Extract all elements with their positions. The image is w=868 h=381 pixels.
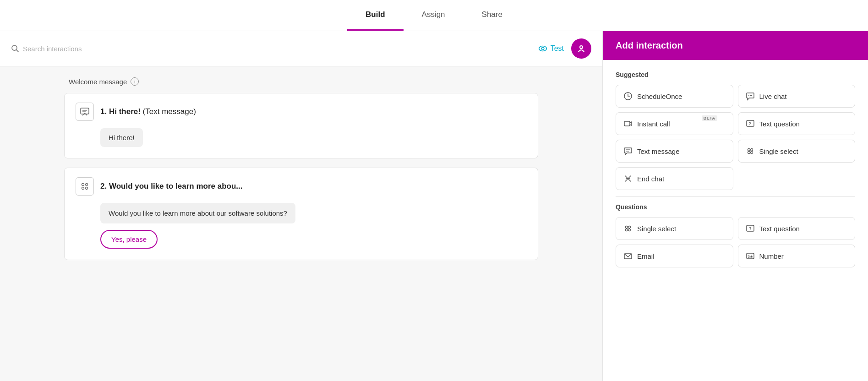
card-1-title: 1. Hi there! (Text message) — [100, 107, 196, 116]
item-text-message[interactable]: Text message — [616, 140, 733, 163]
right-panel: Add interaction Suggested ScheduleOnce — [602, 31, 868, 381]
item-instant-call-label: Instant call — [637, 120, 670, 128]
search-placeholder[interactable]: Search interactions — [23, 45, 82, 53]
center-panel: Search interactions Test Welcome message — [0, 31, 602, 381]
card-2-title: 2. Would you like to learn more abou... — [100, 182, 242, 191]
item-q-text-question-label: Text question — [759, 225, 800, 233]
card-1-header: 1. Hi there! (Text message) — [76, 103, 527, 121]
item-q-number[interactable]: 5◈ Number — [738, 245, 856, 267]
item-q-email[interactable]: Email — [616, 245, 733, 267]
svg-point-3 — [541, 47, 544, 50]
email-icon — [623, 251, 633, 261]
avatar-button[interactable] — [571, 38, 591, 59]
svg-point-4 — [580, 46, 583, 49]
q-question-icon: ? — [746, 224, 755, 233]
svg-point-22 — [750, 149, 753, 151]
interactions-area: Welcome message i 1. Hi there! (Text mes… — [0, 66, 602, 381]
svg-point-9 — [86, 184, 88, 186]
test-label: Test — [551, 44, 564, 53]
item-q-single-select[interactable]: Single select — [616, 217, 733, 240]
svg-point-13 — [748, 95, 749, 96]
svg-point-23 — [748, 152, 750, 154]
q-dots-icon — [623, 224, 633, 233]
message-icon — [623, 147, 633, 156]
video-icon — [623, 119, 633, 128]
item-single-select-suggested[interactable]: Single select — [738, 140, 856, 163]
suggested-grid: ScheduleOnce Live chat — [616, 85, 855, 190]
item-live-chat-label: Live chat — [759, 93, 787, 100]
questions-grid: Single select ? Text question — [616, 217, 855, 267]
svg-text:5◈: 5◈ — [747, 254, 753, 259]
dots-icon — [746, 147, 755, 156]
item-end-chat-label: End chat — [637, 175, 664, 183]
tab-assign[interactable]: Assign — [404, 0, 464, 31]
number-icon: 5◈ — [746, 251, 755, 261]
svg-point-30 — [626, 229, 628, 231]
card-2-header: 2. Would you like to learn more abou... — [76, 177, 527, 196]
main-layout: Search interactions Test Welcome message — [0, 31, 868, 381]
item-q-email-label: Email — [637, 252, 655, 260]
item-text-question-suggested[interactable]: ? Text question — [738, 112, 856, 135]
card-2-answer[interactable]: Yes, please — [100, 230, 158, 249]
card-2-question: Would you like to learn more about our s… — [100, 203, 295, 223]
item-text-message-label: Text message — [637, 147, 680, 155]
section-questions-label: Questions — [616, 203, 855, 211]
svg-line-1 — [16, 50, 19, 52]
panel-body: Suggested ScheduleOnce — [603, 60, 868, 281]
item-text-question-suggested-label: Text question — [759, 120, 800, 128]
section-suggested-label: Suggested — [616, 71, 855, 78]
info-icon: i — [131, 77, 139, 86]
item-end-chat[interactable]: End chat — [616, 167, 733, 190]
search-box: Search interactions — [11, 44, 530, 53]
search-row: Search interactions Test — [0, 31, 602, 66]
chat-bubble-icon — [746, 92, 755, 101]
search-icon — [11, 44, 19, 53]
item-q-text-question[interactable]: ? Text question — [738, 217, 856, 240]
item-instant-call[interactable]: Instant call BETA — [616, 112, 733, 135]
item-single-select-suggested-label: Single select — [759, 147, 798, 155]
tab-build[interactable]: Build — [347, 0, 404, 31]
top-nav: Build Assign Share — [0, 0, 868, 31]
item-q-number-label: Number — [759, 252, 784, 260]
divider — [616, 196, 855, 197]
svg-point-15 — [751, 95, 752, 96]
clock-icon — [623, 92, 633, 101]
beta-badge: BETA — [702, 115, 717, 121]
test-button[interactable]: Test — [538, 44, 564, 54]
svg-rect-16 — [624, 121, 630, 126]
tab-share[interactable]: Share — [464, 0, 521, 31]
svg-point-31 — [628, 229, 631, 231]
item-schedule-once[interactable]: ScheduleOnce — [616, 85, 733, 108]
svg-point-28 — [626, 226, 628, 229]
avatar-icon — [576, 44, 586, 54]
svg-point-8 — [82, 184, 84, 186]
welcome-label: Welcome message i — [69, 77, 538, 86]
svg-point-21 — [748, 149, 750, 151]
svg-point-10 — [82, 187, 84, 190]
welcome-text: Welcome message — [69, 78, 127, 86]
svg-text:?: ? — [749, 226, 752, 231]
svg-text:?: ? — [748, 121, 751, 126]
item-q-single-select-label: Single select — [637, 225, 676, 233]
svg-point-2 — [539, 46, 546, 51]
svg-point-14 — [750, 95, 751, 96]
eye-icon — [538, 44, 548, 54]
svg-point-29 — [628, 226, 631, 229]
item-schedule-once-label: ScheduleOnce — [637, 93, 682, 100]
panel-header: Add interaction — [603, 31, 868, 60]
end-icon — [623, 174, 633, 183]
card-1-message: Hi there! — [100, 128, 143, 147]
svg-point-11 — [86, 187, 88, 190]
question-icon: ? — [746, 119, 755, 128]
svg-point-24 — [750, 152, 753, 154]
item-live-chat[interactable]: Live chat — [738, 85, 856, 108]
card-1: 1. Hi there! (Text message) Hi there! — [64, 93, 538, 158]
card-2: 2. Would you like to learn more abou... … — [64, 168, 538, 260]
card-1-icon — [76, 103, 94, 121]
card-2-icon — [76, 177, 94, 196]
